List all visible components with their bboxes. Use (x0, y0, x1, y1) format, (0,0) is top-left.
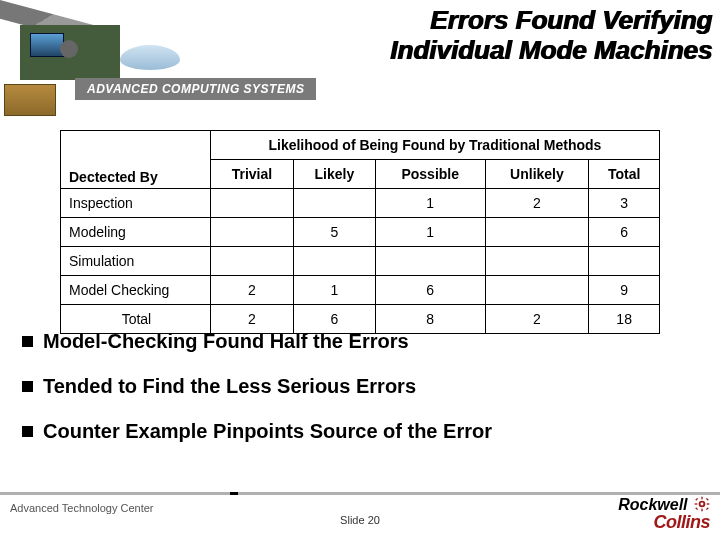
table-spanner: Likelihood of Being Found by Traditional… (210, 131, 659, 160)
title-line-2: Individual Mode Machines (390, 35, 712, 65)
svg-rect-8 (706, 507, 709, 510)
col-total: Total (589, 160, 660, 189)
gear-icon (694, 496, 710, 512)
cell: 2 (485, 189, 589, 218)
svg-rect-5 (695, 498, 698, 501)
rockwell-collins-logo: Rockwell Collins (618, 496, 710, 531)
bullet-icon (22, 336, 33, 347)
logo-top: Rockwell (618, 496, 687, 513)
cell: 3 (589, 189, 660, 218)
cell: 9 (589, 276, 660, 305)
data-table: Dectected By Likelihood of Being Found b… (60, 130, 660, 334)
svg-rect-4 (707, 503, 710, 504)
cell (210, 218, 293, 247)
cell (210, 189, 293, 218)
row-label: Simulation (61, 247, 211, 276)
bullet-item: Tended to Find the Less Serious Errors (22, 375, 690, 398)
bullet-icon (22, 381, 33, 392)
svg-rect-1 (701, 497, 702, 500)
footer-left-text: Advanced Technology Center (10, 502, 154, 514)
cell: 6 (589, 218, 660, 247)
slide-title: Errors Found Verifying Individual Mode M… (390, 6, 712, 66)
cell: 1 (293, 276, 375, 305)
col-likely: Likely (293, 160, 375, 189)
cell (485, 276, 589, 305)
svg-point-9 (701, 503, 704, 506)
bullet-item: Counter Example Pinpoints Source of the … (22, 420, 690, 443)
col-unlikely: Unlikely (485, 160, 589, 189)
col-possible: Possible (375, 160, 485, 189)
cell: 2 (210, 276, 293, 305)
bullet-icon (22, 426, 33, 437)
slide: Errors Found Verifying Individual Mode M… (0, 0, 720, 540)
bullet-text: Model-Checking Found Half the Errors (43, 330, 409, 352)
bullet-list: Model-Checking Found Half the Errors Ten… (22, 330, 690, 465)
cell: 1 (375, 189, 485, 218)
cell: 1 (375, 218, 485, 247)
svg-rect-7 (695, 507, 698, 510)
footer-rule (0, 492, 720, 495)
table-row: Simulation (61, 247, 660, 276)
banner: ADVANCED COMPUTING SYSTEMS (75, 75, 720, 107)
svg-rect-6 (706, 498, 709, 501)
col-trivial: Trivial (210, 160, 293, 189)
logo-bottom: Collins (653, 512, 710, 532)
cell (589, 247, 660, 276)
svg-rect-3 (695, 503, 698, 504)
bullet-text: Counter Example Pinpoints Source of the … (43, 420, 492, 442)
title-line-1: Errors Found Verifying (430, 5, 712, 35)
cell (485, 218, 589, 247)
footer: Advanced Technology Center Slide 20 Rock… (0, 492, 720, 540)
table-row: Modeling 5 1 6 (61, 218, 660, 247)
table-row: Model Checking 2 1 6 9 (61, 276, 660, 305)
row-label: Modeling (61, 218, 211, 247)
cell: 5 (293, 218, 375, 247)
table-stub-head: Dectected By (61, 131, 211, 189)
cell (293, 189, 375, 218)
table-row: Inspection 1 2 3 (61, 189, 660, 218)
bullet-text: Tended to Find the Less Serious Errors (43, 375, 416, 397)
cell (293, 247, 375, 276)
cell (210, 247, 293, 276)
bullet-item: Model-Checking Found Half the Errors (22, 330, 690, 353)
banner-label: ADVANCED COMPUTING SYSTEMS (75, 78, 316, 100)
cell (485, 247, 589, 276)
svg-rect-2 (701, 509, 702, 512)
cell: 6 (375, 276, 485, 305)
row-label: Inspection (61, 189, 211, 218)
row-label: Model Checking (61, 276, 211, 305)
slide-number: Slide 20 (340, 514, 380, 526)
cell (375, 247, 485, 276)
